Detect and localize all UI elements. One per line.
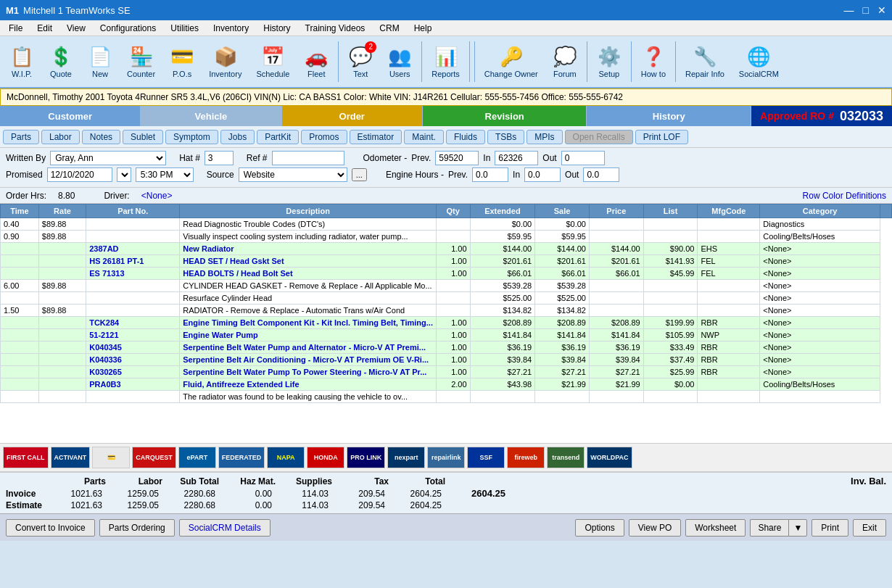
- menu-item-history[interactable]: History: [257, 22, 296, 35]
- table-row[interactable]: Resurface Cylinder Head$525.00$525.00<No…: [1, 292, 892, 305]
- source-ellipsis-button[interactable]: ...: [352, 168, 367, 181]
- vendor-logo-14[interactable]: WORLDPAC: [587, 447, 632, 468]
- toolbar-btn-reports[interactable]: 📊Reports: [425, 38, 466, 85]
- options-button[interactable]: Options: [575, 519, 624, 537]
- vendor-logo-3[interactable]: CARQUEST: [132, 447, 176, 468]
- tab-order[interactable]: Order: [282, 106, 423, 126]
- engine-in-input[interactable]: [524, 167, 561, 182]
- source-select[interactable]: Website: [239, 167, 347, 182]
- toolbar-btn-fleet[interactable]: 🚗Fleet: [297, 38, 335, 85]
- menu-item-inventory[interactable]: Inventory: [207, 22, 255, 35]
- table-row[interactable]: 51-2121Engine Water Pump1.00$141.84$141.…: [1, 329, 892, 341]
- tab-vehicle[interactable]: Vehicle: [141, 106, 281, 126]
- print-button[interactable]: Print: [812, 519, 848, 537]
- table-row[interactable]: K040345Serpentine Belt Water Pump and Al…: [1, 341, 892, 354]
- sub-tab-open-recalls[interactable]: Open Recalls: [565, 130, 633, 144]
- menu-item-edit[interactable]: Edit: [31, 22, 58, 35]
- table-row[interactable]: ES 71313HEAD BOLTS / Head Bolt Set1.00$6…: [1, 268, 892, 280]
- toolbar-btn-users[interactable]: 👥Users: [381, 38, 418, 85]
- sub-tab-print-lof[interactable]: Print LOF: [635, 130, 688, 144]
- hat-input[interactable]: [205, 151, 234, 165]
- vendor-logo-9[interactable]: nexpart: [387, 447, 425, 468]
- maximize-button[interactable]: □: [863, 4, 869, 16]
- ref-input[interactable]: [272, 151, 344, 165]
- vendor-logo-7[interactable]: HONDA: [307, 447, 344, 468]
- engine-out-input[interactable]: [583, 167, 619, 182]
- table-row[interactable]: 2387ADNew Radiator1.00$144.00$144.00$144…: [1, 243, 892, 255]
- promised-time-select[interactable]: 5:30 PM: [136, 167, 194, 182]
- prev-odometer-input[interactable]: [435, 151, 479, 165]
- menu-item-crm[interactable]: CRM: [373, 22, 405, 35]
- promised-date-select[interactable]: ▼: [117, 167, 131, 182]
- toolbar-btn-repair-info[interactable]: 🔧Repair Info: [679, 38, 731, 85]
- sub-tab-labor[interactable]: Labor: [41, 130, 80, 144]
- share-dropdown-arrow[interactable]: ▼: [788, 519, 807, 537]
- toolbar-btn-setup[interactable]: ⚙️Setup: [590, 38, 628, 85]
- table-row[interactable]: 0.40$89.88Read Diagnostic Trouble Codes …: [1, 218, 892, 231]
- table-row[interactable]: 6.00$89.88CYLINDER HEAD GASKET - Remove …: [1, 280, 892, 292]
- toolbar-btn-text[interactable]: 💬2Text: [342, 38, 379, 85]
- toolbar-btn-pos[interactable]: 💳P.O.s: [163, 38, 201, 85]
- vendor-logo-10[interactable]: repairlink: [427, 447, 465, 468]
- toolbar-btn-how-to[interactable]: ❓How to: [635, 38, 672, 85]
- driver-value[interactable]: <None>: [141, 191, 173, 201]
- sub-tab-fluids[interactable]: Fluids: [446, 130, 485, 144]
- socialcrm-details-button[interactable]: SocialCRM Details: [179, 519, 271, 537]
- view-po-button[interactable]: View PO: [629, 519, 681, 537]
- vendor-logo-13[interactable]: transend: [547, 447, 585, 468]
- toolbar-btn-new[interactable]: 📄New: [81, 38, 119, 85]
- table-row[interactable]: PRA0B3Fluid, Antifreeze Extended Life2.0…: [1, 378, 892, 391]
- exit-button[interactable]: Exit: [853, 519, 886, 537]
- out-odometer-input[interactable]: [561, 151, 605, 165]
- toolbar-btn-inventory[interactable]: 📦Inventory: [202, 38, 248, 85]
- table-row[interactable]: K040336Serpentine Belt Air Conditioning …: [1, 354, 892, 366]
- tab-history[interactable]: History: [587, 106, 751, 126]
- toolbar-btn-schedule[interactable]: 📅Schedule: [249, 38, 296, 85]
- toolbar-btn-wip[interactable]: 📋W.I.P.: [3, 38, 41, 85]
- toolbar-btn-forum[interactable]: 💭Forum: [546, 38, 584, 85]
- sub-tab-jobs[interactable]: Jobs: [220, 130, 255, 144]
- sub-tab-promos[interactable]: Promos: [301, 130, 347, 144]
- sub-tab-notes[interactable]: Notes: [82, 130, 120, 144]
- menu-item-file[interactable]: File: [3, 22, 28, 35]
- table-row[interactable]: K030265Serpentine Belt Water Pump To Pow…: [1, 366, 892, 378]
- vendor-logo-11[interactable]: SSF: [467, 447, 505, 468]
- vendor-logo-1[interactable]: ACTIVANT: [51, 447, 91, 468]
- vendor-logo-2[interactable]: 💳: [92, 447, 130, 468]
- promised-date-input[interactable]: [47, 167, 112, 182]
- table-row[interactable]: HS 26181 PT-1HEAD SET / Head Gskt Set1.0…: [1, 255, 892, 268]
- row-color-definitions-link[interactable]: Row Color Definitions: [803, 191, 886, 201]
- table-row[interactable]: The radiator was found to be leaking cau…: [1, 391, 892, 403]
- sub-tab-symptom[interactable]: Symptom: [165, 130, 218, 144]
- tab-customer[interactable]: Customer: [0, 106, 141, 126]
- menu-item-training-videos[interactable]: Training Videos: [300, 22, 371, 35]
- sub-tab-mpis[interactable]: MPIs: [526, 130, 562, 144]
- parts-ordering-button[interactable]: Parts Ordering: [99, 519, 175, 537]
- engine-prev-input[interactable]: [472, 167, 508, 182]
- toolbar-btn-quote[interactable]: 💲Quote: [42, 38, 80, 85]
- in-odometer-input[interactable]: [495, 151, 538, 165]
- convert-to-invoice-button[interactable]: Convert to Invoice: [6, 519, 95, 537]
- vendor-logo-0[interactable]: FIRST CALL: [3, 447, 49, 468]
- worksheet-button[interactable]: Worksheet: [685, 519, 746, 537]
- sub-tab-maint-[interactable]: Maint.: [404, 130, 444, 144]
- vendor-logo-12[interactable]: fireweb: [507, 447, 545, 468]
- share-dropdown[interactable]: Share ▼: [750, 519, 807, 537]
- sub-tab-tsbs[interactable]: TSBs: [487, 130, 524, 144]
- share-button[interactable]: Share: [750, 519, 788, 537]
- close-button[interactable]: ✕: [877, 4, 886, 16]
- menu-item-help[interactable]: Help: [408, 22, 438, 35]
- sub-tab-parts[interactable]: Parts: [3, 130, 39, 144]
- menu-item-configurations[interactable]: Configurations: [94, 22, 162, 35]
- vendor-logo-4[interactable]: ePART: [178, 447, 216, 468]
- table-row[interactable]: 1.50$89.88RADIATOR - Remove & Replace - …: [1, 305, 892, 317]
- sub-tab-estimator[interactable]: Estimator: [350, 130, 402, 144]
- sub-tab-sublet[interactable]: Sublet: [123, 130, 163, 144]
- toolbar-btn-counter[interactable]: 🏪Counter: [120, 38, 162, 85]
- vendor-logo-5[interactable]: FEDERATED: [218, 447, 265, 468]
- menu-item-utilities[interactable]: Utilities: [165, 22, 205, 35]
- menu-item-view[interactable]: View: [61, 22, 91, 35]
- vendor-logo-8[interactable]: PRO LINK: [347, 447, 385, 468]
- tab-revision[interactable]: Revision: [423, 106, 587, 126]
- table-row[interactable]: TCK284Engine Timing Belt Component Kit -…: [1, 317, 892, 329]
